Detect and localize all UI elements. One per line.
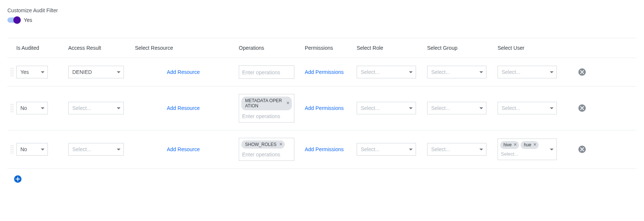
select-role[interactable]: Select...	[357, 143, 416, 156]
select-group[interactable]: Select...	[427, 66, 486, 78]
customize-toggle-row: Yes	[7, 17, 637, 23]
select-user[interactable]: hive ✕ hue ✕ Select...	[498, 139, 557, 160]
select-user[interactable]: Select...	[498, 66, 557, 78]
header-operations: Operations	[239, 45, 305, 51]
operations-input[interactable]: SHOW_ROLES ✕	[239, 138, 294, 161]
select-user-placeholder: Select...	[502, 105, 521, 111]
chip-label: hue	[524, 142, 531, 147]
chevron-down-icon	[409, 107, 413, 109]
table-row: No Select... Add Resource METADATA OPERA…	[7, 87, 637, 130]
add-permissions-button[interactable]: Add Permissions	[305, 103, 344, 113]
select-group-placeholder: Select...	[431, 146, 450, 152]
add-resource-button[interactable]: Add Resource	[167, 103, 200, 113]
chevron-down-icon	[409, 71, 413, 73]
plus-icon	[16, 177, 20, 181]
chevron-down-icon	[41, 71, 44, 73]
chevron-down-icon	[479, 149, 483, 150]
table-row: Yes DENIED Add Resource Add Permissions …	[7, 58, 637, 87]
operation-chip: METADATA OPERATION ✕	[241, 97, 292, 110]
user-chip: hive ✕	[500, 141, 519, 149]
chevron-down-icon	[117, 149, 120, 150]
access-result-select[interactable]: DENIED	[68, 66, 124, 78]
chip-remove-icon[interactable]: ✕	[533, 143, 536, 147]
chevron-down-icon	[550, 107, 554, 109]
header-select-resource: Select Resource	[135, 45, 239, 51]
chevron-down-icon	[479, 107, 483, 109]
add-row-button[interactable]	[14, 175, 22, 183]
toggle-knob	[13, 16, 21, 24]
header-select-group: Select Group	[427, 45, 498, 51]
chip-label: hive	[503, 142, 512, 147]
add-resource-button[interactable]: Add Resource	[167, 144, 200, 155]
access-result-select[interactable]: Select...	[68, 102, 124, 114]
close-icon	[580, 106, 584, 110]
toggle-label: Yes	[24, 17, 32, 23]
select-group-placeholder: Select...	[431, 69, 450, 75]
select-group[interactable]: Select...	[427, 102, 486, 114]
is-audited-select[interactable]: No	[16, 102, 48, 114]
is-audited-select[interactable]: No	[16, 143, 48, 156]
select-role[interactable]: Select...	[357, 66, 416, 78]
access-result-value: DENIED	[72, 69, 92, 75]
operation-chip: SHOW_ROLES ✕	[241, 140, 285, 149]
delete-row-button[interactable]	[578, 104, 586, 112]
select-role[interactable]: Select...	[357, 102, 416, 114]
header-select-role: Select Role	[357, 45, 427, 51]
user-chip: hue ✕	[521, 141, 539, 149]
is-audited-select[interactable]: Yes	[16, 66, 48, 78]
chevron-down-icon	[41, 107, 44, 109]
select-role-placeholder: Select...	[361, 69, 380, 75]
operations-text-input[interactable]	[241, 112, 292, 121]
delete-row-button[interactable]	[578, 146, 586, 153]
chevron-down-icon	[409, 149, 413, 150]
is-audited-value: No	[20, 146, 27, 152]
is-audited-value: No	[20, 105, 27, 111]
chip-remove-icon[interactable]: ✕	[286, 101, 290, 106]
chevron-down-icon	[117, 71, 120, 73]
operations-input[interactable]	[239, 65, 294, 79]
access-result-select[interactable]: Select...	[68, 143, 124, 156]
chip-label: METADATA OPERATION	[245, 98, 282, 108]
drag-handle-icon[interactable]	[11, 145, 13, 153]
add-row-container	[7, 175, 637, 183]
customize-toggle[interactable]	[7, 17, 20, 23]
chip-label: SHOW_ROLES	[245, 142, 277, 147]
chip-remove-icon[interactable]: ✕	[279, 142, 283, 147]
chevron-down-icon	[41, 149, 44, 150]
operations-input[interactable]: METADATA OPERATION ✕	[239, 94, 294, 123]
select-group-placeholder: Select...	[431, 105, 450, 111]
header-permissions: Permissions	[305, 45, 357, 51]
access-result-placeholder: Select...	[72, 146, 91, 152]
drag-handle-icon[interactable]	[11, 68, 13, 76]
close-icon	[580, 70, 584, 74]
operations-text-input[interactable]	[241, 68, 292, 78]
add-permissions-button[interactable]: Add Permissions	[305, 67, 344, 77]
section-title: Customize Audit Filter	[7, 7, 637, 13]
select-user[interactable]: Select...	[498, 102, 557, 114]
select-user-placeholder: Select...	[502, 69, 521, 75]
chip-remove-icon[interactable]: ✕	[513, 143, 517, 147]
drag-handle-icon[interactable]	[11, 104, 13, 112]
select-user-placeholder: Select...	[500, 150, 547, 159]
add-permissions-button[interactable]: Add Permissions	[305, 144, 344, 155]
audit-filter-table: Is Audited Access Result Select Resource…	[7, 38, 637, 169]
access-result-placeholder: Select...	[72, 105, 91, 111]
is-audited-value: Yes	[20, 69, 29, 75]
chevron-down-icon	[550, 71, 554, 73]
add-resource-button[interactable]: Add Resource	[167, 67, 200, 77]
table-row: No Select... Add Resource SHOW_ROLES ✕ A	[7, 130, 637, 169]
table-header: Is Audited Access Result Select Resource…	[7, 38, 637, 58]
header-access-result: Access Result	[68, 45, 135, 51]
header-select-user: Select User	[498, 45, 572, 51]
chevron-down-icon	[550, 149, 554, 150]
close-icon	[580, 147, 584, 151]
select-role-placeholder: Select...	[361, 146, 380, 152]
header-is-audited: Is Audited	[16, 45, 68, 51]
delete-row-button[interactable]	[578, 68, 586, 76]
chevron-down-icon	[117, 107, 120, 109]
chevron-down-icon	[479, 71, 483, 73]
select-group[interactable]: Select...	[427, 143, 486, 156]
operations-text-input[interactable]	[241, 150, 292, 160]
select-role-placeholder: Select...	[361, 105, 380, 111]
